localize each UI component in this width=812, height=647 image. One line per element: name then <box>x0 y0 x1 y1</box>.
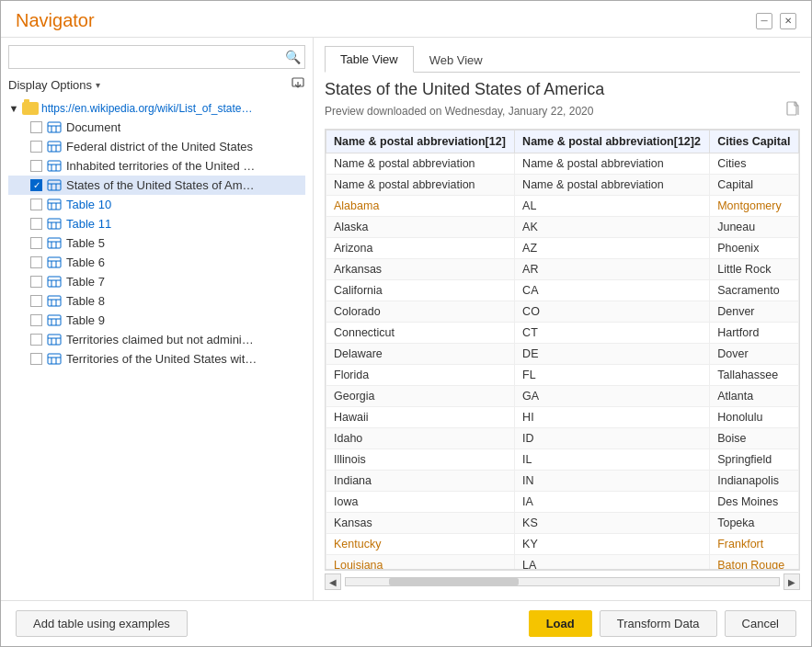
table-cell-col1: Indiana <box>326 471 515 492</box>
tree-container: ▼ https://en.wikipedia.org/wiki/List_of_… <box>8 99 305 593</box>
checkbox-6[interactable] <box>30 237 42 249</box>
list-item[interactable]: Territories claimed but not administered… <box>8 330 305 349</box>
table-icon <box>46 256 63 269</box>
table-cell-col3: Dover <box>710 344 799 365</box>
horizontal-scrollbar[interactable]: ◀ ▶ <box>325 570 800 593</box>
data-table: Name & postal abbreviation[12] Name & po… <box>326 130 799 570</box>
svg-rect-30 <box>48 257 61 267</box>
add-table-button[interactable]: Add table using examples <box>16 610 188 637</box>
table-cell-col3: Des Moines <box>710 492 799 513</box>
table-cell-col2: AL <box>515 196 710 217</box>
table-row: DelawareDEDover <box>326 344 799 365</box>
title-bar: Navigator ─ ✕ <box>1 1 811 38</box>
tree-root-item[interactable]: ▼ https://en.wikipedia.org/wiki/List_of_… <box>8 99 305 118</box>
tree-item-label-8: Table 7 <box>66 275 105 289</box>
table-cell-col2: DE <box>515 344 710 365</box>
table-cell-col3: Hartford <box>710 323 799 344</box>
table-cell-col3: Springfield <box>710 449 799 471</box>
document-icon[interactable] <box>785 101 800 121</box>
list-item[interactable]: Table 8 <box>8 291 305 311</box>
list-item[interactable]: Document <box>8 118 305 137</box>
checkbox-5[interactable] <box>30 218 42 230</box>
table-icon <box>46 295 63 308</box>
checkbox-12[interactable] <box>30 353 42 365</box>
tab-table-view[interactable]: Table View <box>325 46 414 73</box>
list-item[interactable]: Table 11 <box>8 214 305 233</box>
tree-root-label: https://en.wikipedia.org/wiki/List_of_st… <box>41 102 253 115</box>
table-row: LouisianaLABaton Rouge <box>326 555 799 571</box>
table-cell-col1: Louisiana <box>326 555 515 571</box>
table-row: IdahoIDBoise <box>326 428 799 449</box>
folder-icon <box>22 102 39 115</box>
table-row: ConnecticutCTHartford <box>326 323 799 344</box>
list-item[interactable]: Table 9 <box>8 311 305 330</box>
load-button[interactable]: Load <box>529 610 592 637</box>
table-cell-col1: Hawaii <box>326 407 515 428</box>
table-header-col3: Cities Capital <box>710 131 799 153</box>
table-cell-col2: GA <box>515 386 710 407</box>
table-cell-col1: Name & postal abbreviation <box>326 175 515 196</box>
list-item[interactable]: ✓ States of the United States of America <box>8 176 305 195</box>
table-cell-col1: Georgia <box>326 386 515 407</box>
checkbox-4[interactable] <box>30 199 42 210</box>
tab-web-view[interactable]: Web View <box>414 46 498 73</box>
table-cell-col2: IL <box>515 449 710 471</box>
checkbox-7[interactable] <box>30 256 42 268</box>
table-cell-col2: KS <box>515 513 710 534</box>
list-item[interactable]: Table 5 <box>8 233 305 253</box>
table-cell-col3: Sacramento <box>710 280 799 301</box>
scroll-right-arrow[interactable]: ▶ <box>783 573 800 590</box>
table-icon <box>46 160 63 173</box>
display-options-label: Display Options <box>8 78 92 92</box>
scroll-left-arrow[interactable]: ◀ <box>325 573 341 590</box>
list-item[interactable]: Federal district of the United States <box>8 137 305 156</box>
cancel-button[interactable]: Cancel <box>725 610 796 637</box>
data-table-container[interactable]: Name & postal abbreviation[12] Name & po… <box>325 129 800 570</box>
minimize-button[interactable]: ─ <box>756 13 772 29</box>
list-item[interactable]: Inhabited territories of the United Stat… <box>8 156 305 176</box>
list-item[interactable]: Table 10 <box>8 195 305 214</box>
checkbox-8[interactable] <box>30 276 42 288</box>
tree-item-label-5: Table 11 <box>66 217 111 231</box>
display-options-row: Display Options ▾ <box>8 76 305 94</box>
svg-rect-14 <box>48 180 61 190</box>
table-cell-col1: Kansas <box>326 513 515 534</box>
table-cell-col2: Name & postal abbreviation <box>515 153 710 175</box>
close-button[interactable]: ✕ <box>780 13 796 29</box>
svg-rect-18 <box>48 199 61 210</box>
table-cell-col1: Alabama <box>326 196 515 217</box>
list-item[interactable]: Table 6 <box>8 253 305 272</box>
import-icon[interactable] <box>291 76 305 94</box>
checkbox-0[interactable] <box>30 121 42 133</box>
checkbox-10[interactable] <box>30 314 42 326</box>
tree-item-label-1: Federal district of the United States <box>66 140 253 153</box>
checkbox-3[interactable]: ✓ <box>30 179 42 191</box>
list-item[interactable]: Territories of the United States with no… <box>8 349 305 369</box>
main-content: 🔍 Display Options ▾ <box>1 38 811 600</box>
svg-rect-50 <box>48 354 61 364</box>
checkbox-2[interactable] <box>30 160 42 172</box>
tabs-row: Table View Web View <box>325 45 800 73</box>
list-item[interactable]: Table 7 <box>8 272 305 291</box>
table-cell-col1: Iowa <box>326 492 515 513</box>
table-row: AlabamaALMontgomery <box>326 196 799 217</box>
table-cell-col3: Montgomery <box>710 196 799 217</box>
table-cell-col2: AK <box>515 217 710 238</box>
search-icon[interactable]: 🔍 <box>280 45 304 69</box>
checkbox-1[interactable] <box>30 141 42 153</box>
tree-item-label-6: Table 5 <box>66 236 105 250</box>
table-icon <box>46 237 63 250</box>
search-input[interactable] <box>9 46 280 68</box>
table-icon <box>46 141 63 153</box>
tree-item-label-10: Table 9 <box>66 313 105 327</box>
checkbox-11[interactable] <box>30 334 42 346</box>
table-icon <box>46 334 63 346</box>
tree-expand-arrow[interactable]: ▼ <box>8 103 19 114</box>
table-row: GeorgiaGAAtlanta <box>326 386 799 407</box>
scroll-track[interactable] <box>345 577 780 586</box>
display-options-button[interactable]: Display Options ▾ <box>8 78 100 92</box>
table-cell-col3: Atlanta <box>710 386 799 407</box>
transform-data-button[interactable]: Transform Data <box>600 610 717 637</box>
checkbox-9[interactable] <box>30 295 42 307</box>
table-icon <box>46 314 63 327</box>
